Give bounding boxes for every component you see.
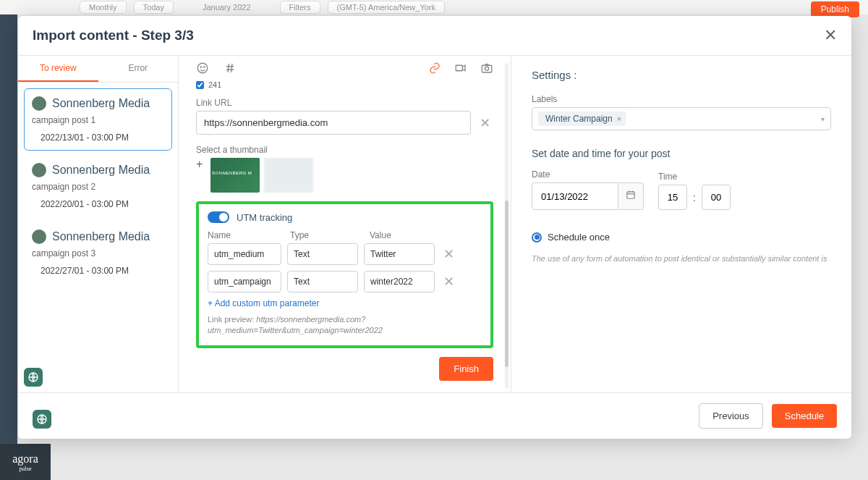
thumbnail[interactable]	[210, 158, 260, 193]
post-name: Sonnenberg Media	[52, 96, 150, 110]
datetime-heading: Set date and time for your post	[532, 148, 831, 159]
modal-footer: Previous Schedule	[18, 392, 851, 439]
date-input[interactable]	[532, 182, 618, 210]
link-url-label: Link URL	[196, 98, 493, 108]
post-name: Sonnenberg Media	[52, 163, 150, 177]
avatar	[32, 163, 46, 177]
background-sidebar	[0, 14, 17, 480]
thumbnail-label: Select a thumbnail	[196, 145, 493, 155]
bg-today: Today	[134, 1, 174, 14]
utm-toggle[interactable]	[208, 211, 229, 223]
utm-name-input[interactable]	[208, 271, 281, 292]
utm-row: ✕	[208, 243, 482, 265]
post-subtitle: campaign post 1	[32, 115, 164, 125]
hashtag-icon[interactable]	[224, 62, 237, 75]
thumbnail[interactable]	[264, 158, 313, 193]
utm-col-name: Name	[208, 230, 281, 240]
post-card[interactable]: Sonnenberg Media campaign post 1 2022/13…	[24, 88, 172, 151]
globe-badge-icon	[24, 368, 43, 387]
video-icon[interactable]	[454, 62, 467, 75]
post-date: 2022/13/01 - 03:00 PM	[32, 132, 164, 143]
previous-button[interactable]: Previous	[699, 403, 763, 429]
char-count-row: 241	[196, 80, 493, 89]
remove-utm-icon[interactable]: ✕	[441, 274, 457, 290]
svg-point-3	[204, 67, 205, 67]
svg-point-2	[200, 67, 201, 67]
background-toolbar: Monthly Today January 2022 Filters (GMT-…	[0, 0, 868, 14]
close-icon[interactable]: ✕	[824, 26, 837, 45]
post-card[interactable]: Sonnenberg Media campaign post 2 2022/20…	[24, 155, 172, 217]
settings-panel: Settings : Labels Winter Campaign × ▾ Se…	[511, 56, 851, 392]
camera-icon[interactable]	[480, 62, 493, 75]
labels-select[interactable]: Winter Campaign × ▾	[532, 107, 831, 130]
modal-header: Import content - Step 3/3 ✕	[18, 16, 851, 56]
brand-logo: agorapulse	[0, 444, 51, 480]
svg-rect-7	[627, 192, 635, 198]
review-tabs: To review Error	[18, 56, 178, 83]
utm-name-input[interactable]	[208, 243, 281, 265]
automation-note: The use of any form of automation to pos…	[532, 253, 831, 265]
utm-title: UTM tracking	[237, 212, 292, 223]
utm-type-select[interactable]	[287, 271, 358, 292]
bg-publish: Publish	[811, 1, 859, 17]
post-list: Sonnenberg Media campaign post 1 2022/13…	[18, 83, 178, 356]
svg-point-1	[197, 63, 208, 73]
link-icon[interactable]	[428, 62, 441, 75]
import-modal: Import content - Step 3/3 ✕ To review Er…	[18, 16, 851, 439]
modal-title: Import content - Step 3/3	[33, 28, 194, 43]
avatar	[32, 230, 46, 244]
radio-icon[interactable]	[532, 232, 542, 243]
add-utm-link[interactable]: + Add custom utm parameter	[208, 298, 482, 308]
time-colon: :	[693, 192, 696, 203]
tab-to-review[interactable]: To review	[18, 56, 98, 82]
date-label: Date	[532, 169, 644, 180]
bg-monthly: Monthly	[80, 1, 127, 14]
link-url-input[interactable]	[196, 111, 471, 135]
schedule-once-option[interactable]: Schedule once	[532, 232, 831, 243]
label-chip: Winter Campaign ×	[538, 111, 626, 126]
editor-toolbar	[196, 59, 493, 80]
utm-type-select[interactable]	[287, 243, 358, 265]
globe-badge-icon	[33, 410, 51, 429]
remove-chip-icon[interactable]: ×	[617, 114, 621, 123]
clear-link-icon[interactable]: ✕	[477, 115, 493, 131]
utm-tracking-section: UTM tracking Name Type Value ✕	[196, 201, 493, 348]
scrollbar-thumb[interactable]	[505, 201, 509, 367]
svg-point-6	[485, 67, 488, 70]
bg-filters: Filters	[280, 1, 320, 14]
tab-error[interactable]: Error	[98, 56, 179, 82]
avatar	[32, 96, 46, 111]
calendar-icon[interactable]	[618, 182, 644, 210]
review-panel: To review Error Sonnenberg Media campaig…	[18, 56, 179, 392]
utm-value-input[interactable]	[364, 271, 435, 292]
bg-tz: (GMT-5) America/New_York	[328, 1, 446, 14]
chevron-down-icon[interactable]: ▾	[821, 115, 825, 123]
bg-month: January 2022	[203, 3, 251, 12]
post-date: 2022/27/01 - 03:00 PM	[32, 266, 164, 276]
utm-preview: Link preview: https://sonnenbergmedia.co…	[208, 314, 482, 337]
post-subtitle: campaign post 2	[32, 182, 164, 192]
post-subtitle: campaign post 3	[32, 248, 164, 258]
time-label: Time	[658, 172, 731, 182]
minute-input[interactable]	[702, 185, 731, 210]
char-count: 241	[208, 80, 221, 89]
schedule-once-label: Schedule once	[548, 232, 610, 243]
remove-utm-icon[interactable]: ✕	[441, 246, 457, 262]
post-name: Sonnenberg Media	[52, 230, 150, 243]
utm-value-input[interactable]	[364, 243, 435, 265]
char-checkbox[interactable]	[196, 81, 204, 89]
utm-col-type: Type	[290, 230, 361, 240]
hour-input[interactable]	[658, 185, 687, 210]
emoji-icon[interactable]	[196, 62, 209, 75]
utm-row: ✕	[208, 271, 482, 292]
schedule-button[interactable]: Schedule	[772, 404, 837, 428]
utm-col-value: Value	[370, 230, 391, 240]
post-card[interactable]: Sonnenberg Media campaign post 3 2022/27…	[24, 222, 172, 284]
add-thumbnail-icon[interactable]: +	[196, 158, 206, 193]
post-date: 2022/20/01 - 03:00 PM	[32, 199, 164, 209]
editor-panel: 241 Link URL ✕ Select a thumbnail + UTM	[179, 56, 511, 392]
finish-button[interactable]: Finish	[439, 357, 493, 381]
svg-rect-4	[456, 65, 462, 71]
labels-label: Labels	[532, 94, 831, 104]
settings-heading: Settings :	[532, 69, 831, 81]
